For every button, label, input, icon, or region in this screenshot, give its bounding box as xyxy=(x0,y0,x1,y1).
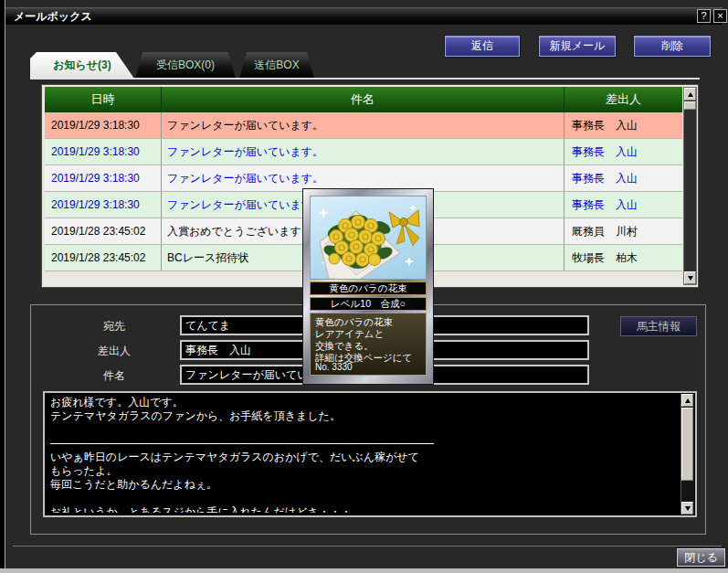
close-icon[interactable]: × xyxy=(713,9,727,23)
scroll-down-icon[interactable] xyxy=(684,271,696,284)
cell-datetime: 2019/1/28 23:45:02 xyxy=(45,245,162,271)
cell-datetime: 2019/1/29 3:18:30 xyxy=(45,139,162,164)
from-label: 差出人 xyxy=(78,344,151,359)
cell-datetime: 2019/1/29 3:18:30 xyxy=(45,112,162,138)
body-scrollbar-thumb[interactable] xyxy=(681,408,693,481)
table-scrollbar[interactable] xyxy=(683,87,697,285)
message-body-box[interactable]: お疲れ様です。入山です。 テンテマヤタガラスのファンから、お手紙を頂きました。 … xyxy=(43,391,697,517)
item-description-box: 黄色のバラの花束 レアアイテムと 交換できる。 詳細は交換ページにて No. 3… xyxy=(310,313,427,376)
cell-sender: 事務長 入山 xyxy=(564,165,682,191)
tab-sentbox[interactable]: 送信BOX xyxy=(239,52,314,79)
item-name-bar: 黄色のバラの花束 xyxy=(310,281,427,295)
item-description-text: 黄色のバラの花束 レアアイテムと 交換できる。 詳細は交換ページにて xyxy=(315,316,421,364)
header-sender: 差出人 xyxy=(564,87,682,112)
close-button[interactable]: 閉じる xyxy=(677,548,725,567)
subject-label: 件名 xyxy=(78,368,151,384)
table-row[interactable]: 2019/1/29 3:18:30 ファンレターが届いています。 事務長 入山 xyxy=(45,139,682,165)
delete-button[interactable]: 削除 xyxy=(634,36,711,57)
header-subject: 件名 xyxy=(162,87,564,112)
ribbon-bow-icon xyxy=(389,210,419,246)
window-bottom-edge xyxy=(0,568,728,573)
scroll-up-icon[interactable] xyxy=(684,88,696,101)
cell-subject: ファンレターが届いています。 xyxy=(162,112,564,138)
tab-notice[interactable]: お知らせ(3) xyxy=(30,52,134,79)
item-level-bar: レベル10 合成○ xyxy=(310,297,427,311)
cell-sender: 事務長 入山 xyxy=(564,112,682,138)
to-label: 宛先 xyxy=(78,319,151,334)
cell-datetime: 2019/1/28 23:45:02 xyxy=(45,218,162,244)
title-bar: メールボックス xyxy=(5,7,723,25)
help-icon[interactable]: ? xyxy=(697,9,711,23)
mail-table-header: 日時 件名 差出人 xyxy=(45,87,682,112)
cell-sender: 牧場長 柏木 xyxy=(564,245,682,271)
item-number: No. 3330 xyxy=(315,361,353,373)
cell-sender: 厩務員 川村 xyxy=(564,218,682,244)
body-scrollbar[interactable] xyxy=(681,394,694,515)
table-scrollbar-thumb[interactable] xyxy=(684,101,696,110)
header-datetime: 日時 xyxy=(45,87,162,112)
item-card-image xyxy=(310,196,427,280)
cell-datetime: 2019/1/29 3:18:30 xyxy=(45,192,162,218)
message-body-text: お疲れ様です。入山です。 テンテマヤタガラスのファンから、お手紙を頂きました。 … xyxy=(50,396,677,513)
cell-sender: 事務長 入山 xyxy=(564,192,682,218)
scroll-up-icon[interactable] xyxy=(681,394,693,407)
mailbox-window: メールボックス ? × 返信 新規メール 削除 お知らせ(3) 受信BOX(0)… xyxy=(0,0,728,573)
reply-button[interactable]: 返信 xyxy=(445,36,520,57)
cell-datetime: 2019/1/29 3:18:30 xyxy=(45,165,162,191)
bouquet-image xyxy=(311,196,427,279)
cell-subject: ファンレターが届いています。 xyxy=(162,165,564,191)
new-mail-button[interactable]: 新規メール xyxy=(539,36,616,57)
scroll-down-icon[interactable] xyxy=(681,502,693,515)
cell-subject: ファンレターが届いています。 xyxy=(162,139,564,164)
table-row[interactable]: 2019/1/29 3:18:30 ファンレターが届いています。 事務長 入山 xyxy=(45,112,682,139)
item-card: 黄色のバラの花束 レベル10 合成○ 黄色のバラの花束 レアアイテムと 交換でき… xyxy=(303,189,433,384)
tab-inbox[interactable]: 受信BOX(0) xyxy=(135,52,236,79)
window-title: メールボックス xyxy=(14,10,92,23)
footer-divider xyxy=(13,546,722,546)
owner-info-button[interactable]: 馬主情報 xyxy=(620,316,697,336)
cell-sender: 事務長 入山 xyxy=(564,139,682,164)
table-row[interactable]: 2019/1/29 3:18:30 ファンレターが届いています。 事務長 入山 xyxy=(45,165,682,192)
